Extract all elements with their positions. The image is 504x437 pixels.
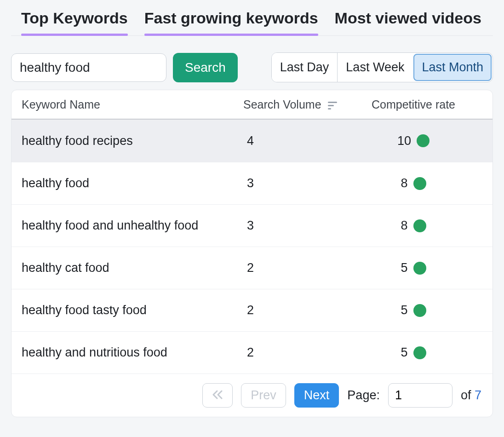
svg-rect-1 bbox=[328, 105, 334, 106]
search-button[interactable]: Search bbox=[173, 53, 238, 82]
col-search-volume-label: Search Volume bbox=[243, 98, 321, 111]
keyword-cell: healthy food bbox=[22, 176, 243, 190]
search-volume-cell: 2 bbox=[243, 303, 344, 317]
controls-row: Search Last DayLast WeekLast Month bbox=[11, 52, 493, 82]
period-btn-1[interactable]: Last Week bbox=[337, 53, 412, 82]
tabs-bar: Top KeywordsFast growing keywordsMost vi… bbox=[11, 9, 493, 36]
competitive-rate-cell: 5 bbox=[344, 303, 482, 317]
status-dot-icon bbox=[413, 262, 426, 275]
search-volume-cell: 4 bbox=[243, 134, 344, 148]
table-row[interactable]: healthy and nutritious food25 bbox=[11, 331, 493, 374]
svg-rect-0 bbox=[328, 102, 337, 103]
status-dot-icon bbox=[417, 134, 430, 147]
keyword-cell: healthy food and unhealthy food bbox=[22, 218, 243, 233]
results-card: Keyword Name Search Volume Competitive r… bbox=[11, 90, 493, 417]
page-label: Page: bbox=[347, 388, 380, 402]
total-pages: 7 bbox=[475, 388, 481, 402]
table-header: Keyword Name Search Volume Competitive r… bbox=[11, 90, 493, 120]
competitive-rate-cell: 5 bbox=[344, 345, 482, 360]
sort-icon bbox=[325, 98, 338, 111]
status-dot-icon bbox=[413, 346, 426, 359]
col-competitive-rate[interactable]: Competitive rate bbox=[344, 98, 482, 111]
col-search-volume[interactable]: Search Volume bbox=[243, 98, 344, 111]
table-row[interactable]: healthy food tasty food25 bbox=[11, 289, 493, 331]
tab-2[interactable]: Most viewed videos bbox=[335, 9, 481, 35]
pagination: Prev Next Page: of 7 bbox=[11, 374, 493, 417]
search-input[interactable] bbox=[11, 53, 166, 82]
table-body: healthy food recipes410healthy food38hea… bbox=[11, 120, 493, 374]
keyword-cell: healthy food recipes bbox=[22, 134, 243, 148]
next-button[interactable]: Next bbox=[294, 383, 339, 408]
competitive-rate-cell: 5 bbox=[344, 261, 482, 275]
competitive-rate-cell: 8 bbox=[344, 176, 482, 190]
tab-0[interactable]: Top Keywords bbox=[21, 9, 128, 35]
status-dot-icon bbox=[413, 304, 426, 317]
search-volume-cell: 2 bbox=[243, 345, 344, 360]
col-keyword[interactable]: Keyword Name bbox=[22, 98, 243, 111]
keyword-cell: healthy food tasty food bbox=[22, 303, 243, 317]
search-volume-cell: 3 bbox=[243, 176, 344, 190]
competitive-rate-value: 10 bbox=[397, 134, 411, 148]
keyword-cell: healthy and nutritious food bbox=[22, 345, 243, 360]
page-input[interactable] bbox=[388, 383, 452, 408]
search-volume-cell: 2 bbox=[243, 261, 344, 275]
competitive-rate-value: 5 bbox=[401, 303, 407, 317]
period-btn-0[interactable]: Last Day bbox=[272, 53, 338, 82]
competitive-rate-value: 5 bbox=[401, 261, 407, 275]
search-volume-cell: 3 bbox=[243, 218, 344, 233]
competitive-rate-value: 8 bbox=[401, 218, 407, 233]
competitive-rate-cell: 8 bbox=[344, 218, 482, 233]
tab-1[interactable]: Fast growing keywords bbox=[144, 9, 318, 35]
chevrons-left-icon bbox=[212, 390, 223, 399]
table-row[interactable]: healthy food recipes410 bbox=[11, 120, 493, 162]
status-dot-icon bbox=[413, 177, 426, 190]
competitive-rate-value: 8 bbox=[401, 176, 407, 190]
competitive-rate-value: 5 bbox=[401, 345, 407, 360]
first-page-button[interactable] bbox=[202, 383, 233, 408]
prev-button[interactable]: Prev bbox=[241, 383, 286, 408]
svg-rect-2 bbox=[328, 108, 331, 109]
of-label: of 7 bbox=[461, 388, 481, 402]
status-dot-icon bbox=[413, 219, 426, 232]
competitive-rate-cell: 10 bbox=[344, 134, 482, 148]
table-row[interactable]: healthy food38 bbox=[11, 162, 493, 204]
keyword-cell: healthy cat food bbox=[22, 261, 243, 275]
period-group: Last DayLast WeekLast Month bbox=[271, 52, 493, 82]
period-btn-2[interactable]: Last Month bbox=[413, 54, 492, 81]
table-row[interactable]: healthy cat food25 bbox=[11, 247, 493, 289]
table-row[interactable]: healthy food and unhealthy food38 bbox=[11, 204, 493, 247]
